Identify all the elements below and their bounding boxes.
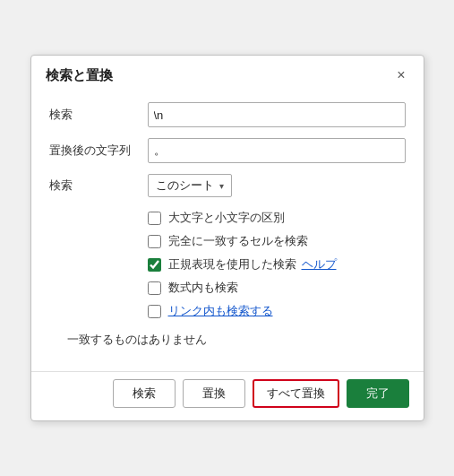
search-row: 検索 bbox=[49, 102, 406, 127]
scope-row: 検索 このシート ▾ bbox=[49, 174, 406, 197]
close-button[interactable]: × bbox=[393, 66, 408, 84]
checkbox-label-5[interactable]: リンク内も検索する bbox=[168, 303, 273, 319]
checkbox-regex[interactable] bbox=[148, 258, 161, 272]
checkbox-case-sensitive[interactable] bbox=[148, 212, 161, 225]
checkbox-row-3: 正規表現を使用した検索 ヘルプ bbox=[148, 256, 406, 273]
checkbox-formula[interactable] bbox=[148, 281, 161, 295]
replace-label: 置換後の文字列 bbox=[49, 143, 148, 159]
dialog-body: 検索 置換後の文字列 検索 このシート ▾ 大文字と小文字の区別 bbox=[31, 93, 424, 371]
checkbox-label-4[interactable]: 数式内も検索 bbox=[168, 280, 238, 296]
checkbox-row-2: 完全に一致するセルを検索 bbox=[148, 233, 406, 249]
search-button[interactable]: 検索 bbox=[113, 379, 176, 408]
replace-all-button[interactable]: すべて置換 bbox=[253, 379, 339, 408]
dialog: 検索と置換 × 検索 置換後の文字列 検索 このシート ▾ 大文字と小文字の bbox=[30, 55, 424, 421]
done-button[interactable]: 完了 bbox=[347, 379, 409, 408]
checkbox-label-2[interactable]: 完全に一致するセルを検索 bbox=[168, 233, 308, 249]
replace-button[interactable]: 置換 bbox=[183, 379, 245, 408]
checkbox-label-1[interactable]: 大文字と小文字の区別 bbox=[168, 210, 285, 226]
checkbox-row-5: リンク内も検索する bbox=[148, 303, 406, 319]
replace-input[interactable] bbox=[148, 138, 406, 163]
replace-row: 置換後の文字列 bbox=[49, 138, 406, 163]
checkbox-link[interactable] bbox=[148, 305, 161, 318]
search-input[interactable] bbox=[148, 102, 406, 127]
no-match-text: 一致するものはありません bbox=[49, 326, 406, 359]
checkbox-section: 大文字と小文字の区別 完全に一致するセルを検索 正規表現を使用した検索 ヘルプ … bbox=[148, 210, 406, 319]
scope-label: 検索 bbox=[49, 177, 148, 194]
dialog-title: 検索と置換 bbox=[46, 67, 113, 84]
dialog-header: 検索と置換 × bbox=[31, 56, 424, 93]
help-link[interactable]: ヘルプ bbox=[302, 256, 337, 273]
checkbox-row-4: 数式内も検索 bbox=[148, 280, 406, 296]
search-label: 検索 bbox=[49, 107, 148, 123]
dialog-footer: 検索 置換 すべて置換 完了 bbox=[31, 371, 424, 420]
checkbox-label-3[interactable]: 正規表現を使用した検索 bbox=[168, 256, 296, 273]
chevron-down-icon: ▾ bbox=[219, 181, 224, 191]
scope-value: このシート bbox=[156, 177, 214, 194]
scope-select[interactable]: このシート ▾ bbox=[148, 174, 232, 197]
checkbox-row-1: 大文字と小文字の区別 bbox=[148, 210, 406, 226]
checkbox-exact-match[interactable] bbox=[148, 235, 161, 248]
